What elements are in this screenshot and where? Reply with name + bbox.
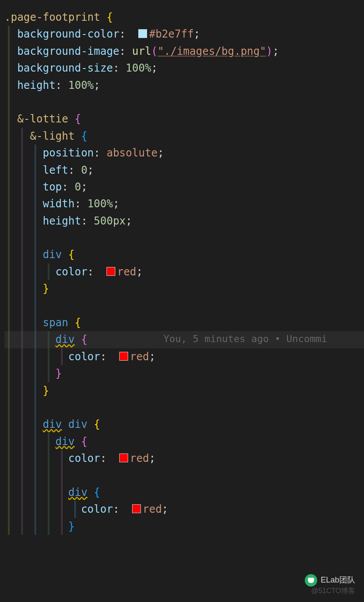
code-line-26[interactable]: color: red;: [4, 450, 364, 467]
color-swatch[interactable]: [106, 267, 115, 276]
token-semi: ;: [149, 452, 155, 465]
git-blame-annotation: You, 5 minutes ago • Uncommi: [163, 331, 327, 347]
token-semi: ;: [113, 198, 119, 210]
code-line-15[interactable]: color: red;: [4, 263, 364, 280]
token-property: background-size: [17, 62, 113, 74]
token-semi: ;: [162, 503, 168, 515]
token-paren: (: [151, 45, 157, 57]
code-line-14[interactable]: div {: [4, 246, 364, 263]
watermark-logo: ELab团队: [305, 574, 355, 587]
code-line-7[interactable]: &-light {: [4, 128, 364, 145]
color-swatch[interactable]: [138, 29, 147, 38]
code-line-28[interactable]: div {: [4, 484, 364, 501]
color-swatch[interactable]: [119, 352, 128, 361]
token-property: color: [81, 503, 113, 515]
code-line-30[interactable]: }: [4, 518, 364, 535]
code-line-6[interactable]: &-lottie {: [4, 110, 364, 127]
token-tag: div: [56, 333, 75, 346]
token-brace-yellow: {: [106, 11, 113, 23]
token-brace-purple: {: [75, 113, 81, 125]
token-brace-yellow: {: [75, 316, 81, 329]
token-string: "./images/bg.png": [158, 45, 266, 57]
code-line-19[interactable]: div {You, 5 minutes ago • Uncommi: [4, 331, 364, 348]
token-colon: :: [75, 198, 81, 210]
token-semi: ;: [158, 147, 164, 159]
code-line-27[interactable]: [4, 467, 364, 484]
token-tag: div: [68, 486, 87, 499]
code-line-12[interactable]: height: 500px;: [4, 213, 364, 229]
watermark-text: ELab团队: [321, 574, 355, 587]
token-red-val: red: [130, 351, 149, 363]
token-brace-blue: {: [81, 130, 87, 142]
code-line-1[interactable]: background-color: #b2e7ff;: [4, 26, 364, 42]
token-number: 0: [81, 164, 87, 176]
token-colon: :: [94, 147, 100, 159]
code-line-16[interactable]: }: [4, 280, 364, 297]
code-line-5[interactable]: [4, 94, 364, 110]
token-semi: ;: [81, 181, 87, 193]
token-red-val: red: [130, 452, 149, 465]
token-colon: :: [56, 79, 62, 91]
token-tag: div: [43, 418, 62, 431]
token-property: height: [43, 215, 81, 227]
code-line-0[interactable]: .page-footprint {: [4, 9, 364, 26]
token-semi: ;: [87, 164, 94, 176]
code-line-17[interactable]: [4, 297, 364, 314]
token-paren: ): [266, 45, 272, 57]
token-func: url: [132, 45, 151, 57]
color-swatch[interactable]: [132, 504, 141, 513]
token-amp: &-light: [30, 130, 75, 142]
token-property: width: [43, 198, 75, 210]
token-brace-yellow: {: [94, 418, 100, 431]
token-semi: ;: [194, 28, 200, 40]
code-line-24[interactable]: div div {: [4, 416, 364, 433]
token-brace-purple: {: [81, 333, 87, 346]
token-semi: ;: [94, 79, 100, 91]
token-number: 100%: [68, 79, 94, 91]
code-line-25[interactable]: div {: [4, 433, 364, 450]
code-line-29[interactable]: color: red;: [4, 501, 364, 518]
code-line-20[interactable]: color: red;: [4, 348, 364, 365]
code-line-22[interactable]: }: [4, 382, 364, 399]
token-property: color: [56, 266, 87, 278]
token-number: 100%: [126, 62, 152, 74]
token-colon: :: [119, 45, 125, 57]
code-line-11[interactable]: width: 100%;: [4, 195, 364, 212]
code-line-23[interactable]: [4, 399, 364, 416]
token-brace-purple: {: [81, 435, 87, 448]
token-amp: &-lottie: [17, 113, 68, 125]
code-line-10[interactable]: top: 0;: [4, 179, 364, 195]
token-colon: :: [100, 452, 106, 465]
token-property: height: [17, 79, 56, 91]
code-line-8[interactable]: position: absolute;: [4, 145, 364, 161]
token-selector: .page-footprint: [4, 11, 100, 23]
code-line-21[interactable]: }: [4, 365, 364, 382]
wechat-icon: [305, 574, 317, 587]
code-line-18[interactable]: span {: [4, 314, 364, 331]
code-line-9[interactable]: left: 0;: [4, 162, 364, 179]
code-line-4[interactable]: height: 100%;: [4, 77, 364, 94]
token-property: background-image: [17, 45, 119, 57]
token-semi: ;: [273, 45, 279, 57]
token-colon: :: [119, 28, 125, 40]
token-brace-yellow: }: [43, 282, 49, 295]
token-brace-yellow: }: [43, 385, 49, 397]
code-editor[interactable]: .page-footprint { background-color: #b2e…: [0, 0, 364, 544]
code-line-3[interactable]: background-size: 100%;: [4, 60, 364, 76]
token-property: position: [43, 147, 94, 159]
token-property: color: [68, 452, 100, 465]
token-brace-yellow: {: [68, 248, 75, 261]
token-colon: :: [87, 266, 94, 278]
token-colon: :: [113, 503, 119, 515]
code-line-13[interactable]: [4, 229, 364, 246]
color-swatch[interactable]: [119, 453, 128, 462]
token-tag: div: [68, 418, 87, 431]
token-colon: :: [100, 351, 106, 363]
token-semi: ;: [126, 215, 132, 227]
token-semi: ;: [136, 266, 143, 278]
code-line-2[interactable]: background-image: url("./images/bg.png")…: [4, 43, 364, 60]
token-semi: ;: [149, 351, 155, 363]
token-colon: :: [81, 215, 87, 227]
token-tag: div: [56, 435, 75, 448]
token-property: left: [43, 164, 68, 176]
